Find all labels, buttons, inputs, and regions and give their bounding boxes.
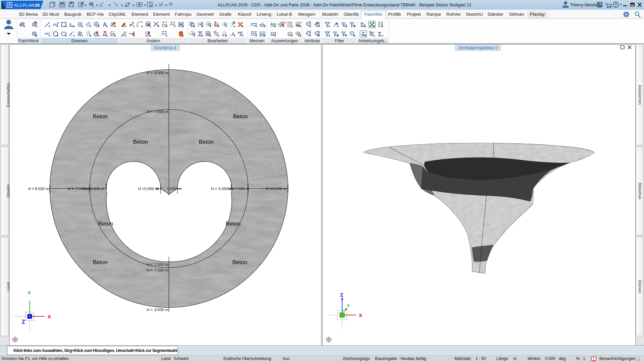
svg-text:Bearbeiten: Bearbeiten: [208, 39, 228, 43]
svg-text:Beton: Beton: [93, 113, 108, 120]
svg-text:Diverses: Diverses: [71, 39, 88, 43]
svg-text:Attribute: Attribute: [304, 39, 320, 43]
svg-text:7.500 m: 7.500 m: [154, 268, 168, 272]
svg-text:Z: Z: [22, 319, 25, 325]
svg-text:H =: H =: [156, 187, 162, 191]
svg-text:H =: H =: [68, 187, 74, 191]
svg-text:26: 26: [35, 3, 40, 8]
svg-text:Σ: Σ: [378, 31, 381, 38]
svg-text:Arbeitsumgeb...: Arbeitsumgeb...: [358, 39, 388, 43]
svg-text:H =: H =: [147, 308, 153, 312]
svg-text:H =: H =: [84, 187, 90, 191]
svg-text:H =: H =: [147, 71, 153, 75]
svg-text:123: 123: [270, 32, 276, 36]
svg-text:Abc: Abc: [270, 22, 277, 26]
svg-text:8.500 m: 8.500 m: [154, 308, 168, 312]
svg-text:H =: H =: [147, 262, 153, 266]
svg-text:Thierry Metzler: Thierry Metzler: [570, 3, 598, 7]
svg-text:Messen: Messen: [250, 39, 265, 43]
svg-text:0.000 m: 0.000 m: [167, 187, 181, 191]
svg-text:Auswertungen: Auswertungen: [271, 39, 298, 43]
svg-text:Z: Z: [340, 292, 343, 298]
svg-text:H =: H =: [28, 187, 35, 191]
svg-text:6.000 m: 6.000 m: [90, 187, 104, 191]
svg-text:Beton: Beton: [93, 259, 108, 265]
svg-text:Y: Y: [347, 303, 350, 308]
svg-text:H =: H =: [138, 187, 145, 191]
svg-text:Beton: Beton: [133, 139, 148, 145]
svg-text:Filter: Filter: [335, 39, 344, 43]
svg-text:Beton: Beton: [232, 259, 247, 265]
svg-text:Beton: Beton: [233, 113, 248, 120]
svg-text:PatchWork: PatchWork: [18, 39, 39, 43]
svg-text:H =: H =: [211, 187, 217, 191]
svg-text:ABC: ABC: [281, 21, 286, 24]
svg-text:7.500 m: 7.500 m: [235, 187, 249, 191]
svg-text:7.000 m: 7.000 m: [154, 262, 168, 266]
svg-text:X: X: [48, 314, 51, 319]
svg-text:H =: H =: [147, 110, 153, 114]
svg-text:X: X: [359, 312, 362, 318]
svg-text:8.500 m: 8.500 m: [272, 187, 286, 191]
svg-text:ALLPLAN: ALLPLAN: [14, 3, 35, 8]
svg-text:H =: H =: [147, 268, 153, 272]
svg-text:Ändern: Ändern: [147, 39, 160, 43]
svg-text:H =: H =: [228, 187, 234, 191]
svg-text:§: §: [35, 33, 37, 37]
svg-text:Beton: Beton: [199, 139, 214, 145]
svg-text:Beton: Beton: [98, 221, 113, 227]
svg-text:Beton: Beton: [226, 221, 240, 227]
svg-text:H =: H =: [266, 187, 272, 191]
svg-text:AC: AC: [103, 33, 108, 37]
svg-text:Y: Y: [28, 290, 31, 296]
svg-text:7.500 m: 7.500 m: [154, 110, 168, 114]
svg-text:A: A: [103, 21, 107, 27]
svg-text:?: ?: [614, 3, 617, 7]
svg-text:8.500 m: 8.500 m: [35, 187, 49, 191]
svg-text:8.500 m: 8.500 m: [154, 71, 168, 75]
